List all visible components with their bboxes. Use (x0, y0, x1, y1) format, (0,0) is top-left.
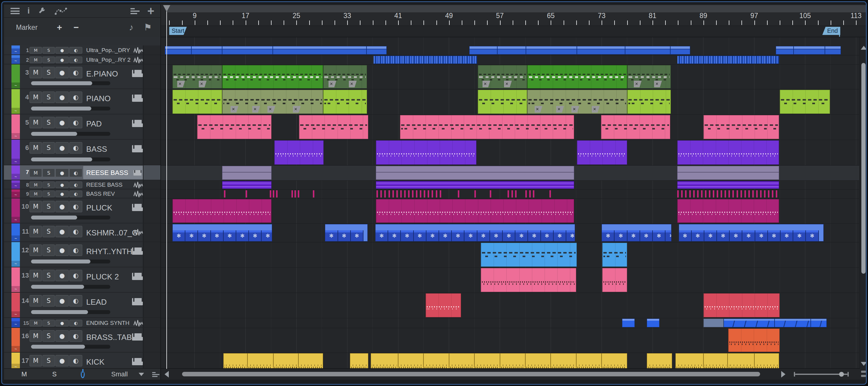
automation-icon[interactable]: ~ (11, 82, 20, 89)
mute-button[interactable]: M (30, 330, 42, 342)
audio-slice[interactable] (400, 190, 402, 198)
mute-button[interactable]: M (30, 355, 42, 366)
audio-slice[interactable] (697, 190, 699, 198)
monitor-button[interactable]: ◐ (69, 117, 82, 128)
mute-button[interactable]: M (30, 142, 42, 153)
solo-button[interactable]: S (42, 67, 55, 78)
timeline-ruler[interactable]: 91725334149576573818997105113 (161, 4, 867, 26)
audio-slice[interactable] (273, 190, 274, 198)
clip[interactable] (627, 90, 671, 114)
clip[interactable] (223, 353, 247, 369)
clip[interactable] (601, 115, 670, 139)
volume-fader[interactable] (31, 310, 110, 314)
record-button[interactable]: ● (56, 190, 69, 197)
solo-button[interactable]: S (42, 117, 55, 128)
audio-slice[interactable] (404, 190, 406, 198)
remove-marker-button[interactable]: − (73, 22, 79, 33)
clip[interactable] (222, 166, 272, 180)
solo-button[interactable]: S (42, 201, 55, 212)
record-button[interactable]: ● (56, 182, 69, 188)
audio-slice[interactable] (701, 190, 703, 198)
automation-icon[interactable]: ~ (11, 217, 20, 223)
clip[interactable] (299, 115, 368, 139)
playhead-handle[interactable] (163, 5, 170, 12)
monitor-button[interactable]: ◐ (69, 244, 82, 256)
track-header-ultra-pop-dry[interactable]: ~1MS●◐Ultra_Pop.._DRY (4, 45, 160, 55)
clip[interactable] (222, 181, 272, 189)
mute-button[interactable]: M (30, 295, 42, 307)
clip[interactable] (647, 319, 659, 327)
audio-slice[interactable] (693, 190, 695, 198)
clip[interactable] (197, 115, 272, 139)
horizontal-scrollbar[interactable] (161, 368, 867, 380)
clip[interactable] (350, 353, 368, 369)
solo-button[interactable]: S (42, 182, 55, 188)
clip[interactable] (704, 353, 727, 369)
automation-icon[interactable]: ~ (11, 108, 20, 114)
clip[interactable] (222, 65, 323, 89)
solo-button[interactable]: S (42, 330, 55, 342)
automation-icon[interactable]: ~ (11, 183, 20, 189)
audio-slice[interactable] (490, 190, 491, 198)
automation-icon[interactable]: ~ (11, 58, 20, 64)
record-button[interactable]: ● (56, 142, 69, 153)
audio-slice[interactable] (705, 190, 707, 198)
audio-slice[interactable] (224, 190, 225, 198)
monitor-button[interactable]: ◐ (69, 201, 82, 212)
solo-button[interactable]: S (42, 47, 55, 54)
audio-slice[interactable] (776, 190, 777, 198)
monitor-button[interactable]: ◐ (69, 330, 82, 342)
monitor-button[interactable]: ◐ (69, 182, 82, 188)
clip[interactable] (677, 181, 779, 189)
solo-button[interactable]: S (42, 92, 55, 103)
clip[interactable] (222, 46, 273, 55)
clip[interactable] (622, 319, 635, 327)
vscroll-thumb[interactable] (861, 63, 866, 274)
clip[interactable] (376, 166, 574, 180)
wrench-icon[interactable] (38, 6, 47, 15)
audio-slice[interactable] (748, 190, 750, 198)
mute-button[interactable]: M (30, 47, 42, 54)
record-button[interactable]: ● (56, 226, 69, 237)
audio-slice[interactable] (424, 190, 425, 198)
audio-slice[interactable] (760, 190, 762, 198)
solo-button[interactable]: S (42, 355, 55, 366)
record-button[interactable]: ● (56, 67, 69, 78)
clip[interactable]: ✕✕✕✕ (222, 90, 323, 114)
record-button[interactable]: ● (56, 270, 69, 281)
clip[interactable]: ✕✕ (478, 65, 527, 89)
audio-slice[interactable] (432, 190, 433, 198)
playhead-line[interactable] (166, 6, 167, 369)
audio-slice[interactable] (420, 190, 421, 198)
clip[interactable] (323, 90, 367, 114)
audio-slice[interactable] (741, 190, 742, 198)
automation-icon[interactable]: ~ (11, 346, 20, 352)
clip[interactable] (811, 319, 827, 327)
audio-slice[interactable] (294, 190, 296, 198)
volume-fader[interactable] (31, 259, 110, 264)
zoom-slider-right-cap[interactable] (847, 372, 849, 377)
menu-icon[interactable] (10, 8, 20, 14)
audio-slice[interactable] (737, 190, 738, 198)
audio-slice[interactable] (270, 190, 271, 198)
mute-button[interactable]: M (30, 57, 42, 63)
clip[interactable] (677, 56, 779, 64)
clip[interactable] (376, 140, 476, 165)
clip[interactable] (525, 353, 551, 369)
track-header-e-piano[interactable]: ~3MS●◐E.PIANO (4, 64, 160, 89)
automation-icon[interactable]: ~ (11, 286, 20, 292)
track-list-icon[interactable] (130, 8, 140, 14)
mute-button[interactable]: M (30, 190, 42, 197)
clip[interactable] (704, 115, 779, 139)
clip[interactable] (424, 353, 449, 369)
monitor-button[interactable]: ◐ (69, 67, 82, 78)
automation-icon[interactable]: ~ (11, 321, 20, 327)
monitor-button[interactable]: ◐ (69, 226, 82, 237)
add-marker-button[interactable]: + (57, 22, 62, 33)
mute-button[interactable]: M (30, 67, 42, 78)
audio-slice[interactable] (677, 190, 679, 198)
clip[interactable] (577, 140, 627, 165)
scroll-left-icon[interactable] (164, 371, 169, 378)
clip[interactable] (165, 46, 192, 55)
audio-slice[interactable] (389, 190, 390, 198)
